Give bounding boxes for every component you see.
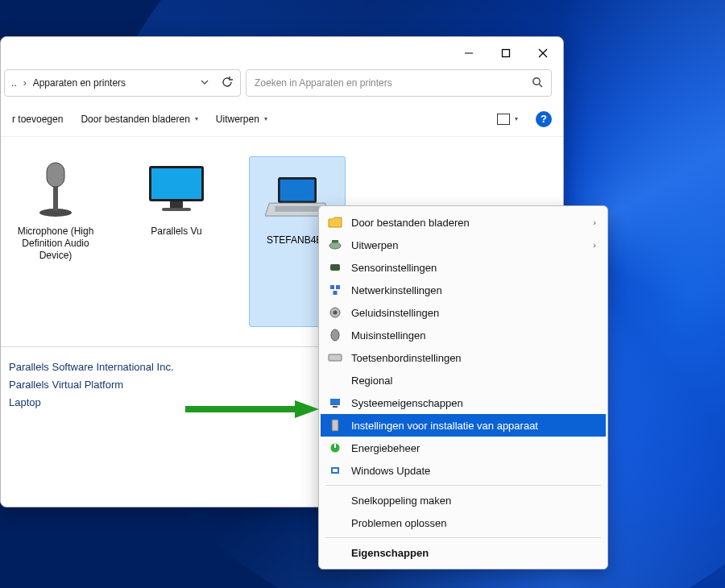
svg-point-26 bbox=[334, 311, 338, 315]
toolbar: r toevoegen Door bestanden bladeren ▾ Ui… bbox=[1, 101, 563, 137]
view-icon bbox=[497, 114, 510, 125]
svg-point-19 bbox=[329, 242, 341, 249]
submenu-arrow-icon: › bbox=[593, 217, 596, 227]
svg-rect-33 bbox=[334, 444, 336, 448]
submenu-arrow-icon: › bbox=[593, 240, 596, 250]
network-icon bbox=[327, 283, 343, 297]
svg-rect-21 bbox=[330, 264, 340, 271]
svg-rect-15 bbox=[280, 180, 315, 201]
svg-point-27 bbox=[331, 329, 339, 341]
close-button[interactable] bbox=[524, 40, 561, 66]
sensor-icon bbox=[327, 260, 343, 275]
keyboard-icon bbox=[327, 350, 343, 365]
search-placeholder: Zoeken in Apparaten en printers bbox=[255, 77, 392, 89]
svg-rect-13 bbox=[162, 208, 191, 211]
add-device-button[interactable]: r toevoegen bbox=[12, 114, 63, 125]
context-menu-item[interactable]: Geluidsinstellingen bbox=[321, 301, 606, 324]
context-menu-label: Windows Update bbox=[351, 465, 596, 477]
help-button[interactable]: ? bbox=[536, 111, 552, 127]
context-menu-item[interactable]: Snelkoppeling maken bbox=[321, 489, 606, 511]
context-menu-label: Door bestanden bladeren bbox=[351, 217, 585, 229]
dropdown-caret-icon: ▾ bbox=[515, 115, 518, 122]
dropdown-caret-icon: ▾ bbox=[264, 115, 267, 122]
microphone-icon bbox=[23, 156, 88, 221]
device-caption: Microphone (High Definition Audio Device… bbox=[7, 226, 104, 262]
blank-icon bbox=[327, 373, 343, 387]
address-box[interactable]: .. › Apparaten en printers bbox=[4, 69, 241, 97]
svg-rect-30 bbox=[333, 406, 338, 408]
svg-rect-20 bbox=[332, 240, 338, 242]
context-menu-label: Toetsenbordinstellingen bbox=[351, 352, 596, 364]
address-prefix: .. bbox=[11, 77, 17, 89]
dropdown-caret-icon: ▾ bbox=[195, 115, 198, 122]
svg-rect-7 bbox=[53, 184, 58, 211]
context-menu-item[interactable]: Windows Update bbox=[321, 459, 606, 482]
power-icon bbox=[327, 441, 343, 455]
context-menu-label: Uitwerpen bbox=[351, 239, 585, 251]
context-menu-label: Systeemeigenschappen bbox=[351, 397, 596, 409]
blank-icon bbox=[327, 516, 343, 530]
context-menu-label: Snelkoppeling maken bbox=[351, 495, 596, 507]
address-bar-row: .. › Apparaten en printers Zoeken in App… bbox=[1, 69, 563, 101]
context-menu-label: Problemen oplossen bbox=[351, 517, 596, 529]
device-caption: Parallels Vu bbox=[151, 226, 202, 238]
svg-rect-28 bbox=[329, 354, 342, 361]
sound-icon bbox=[327, 305, 343, 320]
svg-rect-16 bbox=[275, 206, 319, 212]
context-menu-label: Eigenschappen bbox=[351, 547, 596, 559]
context-menu-label: Energiebeheer bbox=[351, 442, 596, 454]
svg-rect-29 bbox=[330, 399, 340, 405]
context-menu-item[interactable]: Problemen oplossen bbox=[321, 511, 606, 534]
context-menu: Door bestanden bladeren›Uitwerpen›Sensor… bbox=[318, 205, 608, 569]
svg-line-5 bbox=[539, 84, 542, 87]
context-menu-item[interactable]: Regional bbox=[321, 369, 606, 391]
minimize-button[interactable] bbox=[450, 40, 487, 66]
mouse-icon bbox=[327, 328, 343, 342]
device-item-monitor[interactable]: Parallels Vu bbox=[128, 156, 225, 327]
context-menu-item[interactable]: Toetsenbordinstellingen bbox=[321, 346, 606, 369]
browse-files-button[interactable]: Door bestanden bladeren ▾ bbox=[81, 114, 197, 125]
blank-icon bbox=[327, 493, 343, 507]
svg-rect-8 bbox=[47, 163, 64, 187]
svg-rect-1 bbox=[503, 50, 510, 57]
context-menu-label: Muisinstellingen bbox=[351, 329, 596, 342]
breadcrumb-separator-icon: › bbox=[23, 77, 27, 89]
eject-button[interactable]: Uitwerpen ▾ bbox=[216, 114, 267, 125]
titlebar bbox=[1, 37, 563, 69]
context-menu-label: Sensorinstellingen bbox=[351, 262, 596, 274]
context-menu-item[interactable]: Door bestanden bladeren› bbox=[321, 211, 606, 234]
context-menu-label: Netwerkinstellingen bbox=[351, 284, 596, 296]
search-box[interactable]: Zoeken in Apparaten en printers bbox=[246, 69, 552, 97]
context-menu-item[interactable]: Uitwerpen› bbox=[321, 234, 606, 256]
folder-icon bbox=[327, 215, 343, 230]
context-menu-item[interactable]: Netwerkinstellingen bbox=[321, 279, 606, 301]
refresh-button[interactable] bbox=[221, 76, 234, 91]
context-menu-item-properties[interactable]: Eigenschappen bbox=[321, 541, 606, 564]
blank-icon bbox=[327, 545, 343, 560]
update-icon bbox=[327, 463, 343, 478]
chevron-down-icon[interactable] bbox=[195, 77, 214, 89]
context-menu-item[interactable]: Systeemeigenschappen bbox=[321, 391, 606, 414]
svg-rect-35 bbox=[333, 469, 338, 472]
maximize-button[interactable] bbox=[487, 40, 524, 66]
system-icon bbox=[327, 395, 343, 410]
svg-rect-22 bbox=[330, 285, 334, 289]
context-menu-label: Geluidsinstellingen bbox=[351, 307, 596, 319]
context-menu-item[interactable]: Sensorinstellingen bbox=[321, 256, 606, 279]
view-toggle-button[interactable]: ▾ bbox=[497, 114, 518, 125]
context-menu-item[interactable]: Instellingen voor installatie van appara… bbox=[321, 414, 606, 437]
svg-rect-31 bbox=[332, 420, 338, 431]
search-icon[interactable] bbox=[532, 77, 543, 90]
svg-rect-11 bbox=[151, 168, 201, 199]
context-menu-item[interactable]: Energiebeheer bbox=[321, 437, 606, 459]
context-menu-label: Instellingen voor installatie van appara… bbox=[351, 420, 596, 432]
monitor-icon bbox=[144, 156, 209, 221]
context-menu-item[interactable]: Muisinstellingen bbox=[321, 324, 606, 346]
eject-icon bbox=[327, 238, 343, 252]
device-item-microphone[interactable]: Microphone (High Definition Audio Device… bbox=[7, 156, 104, 327]
svg-point-4 bbox=[533, 77, 540, 84]
svg-rect-24 bbox=[334, 291, 338, 295]
svg-rect-23 bbox=[336, 285, 340, 289]
breadcrumb-current[interactable]: Apparaten en printers bbox=[33, 77, 188, 89]
context-menu-label: Regional bbox=[351, 375, 596, 387]
